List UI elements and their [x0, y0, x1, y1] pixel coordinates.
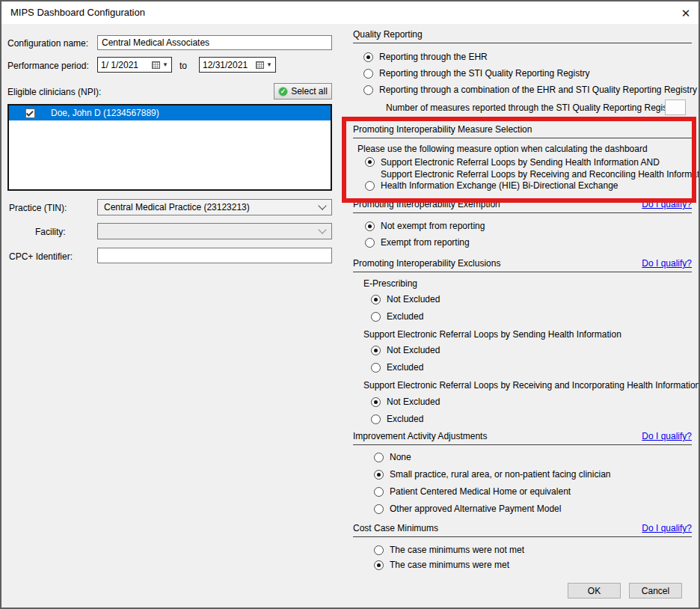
radio-icon	[374, 487, 384, 497]
radio-label: Other approved Alternative Payment Model	[390, 504, 561, 514]
radio-improvement-small-practice[interactable]: Small practice, rural area, or non-patie…	[374, 469, 610, 480]
measures-count-label: Number of measures reported through the …	[386, 102, 680, 113]
clinicians-listbox[interactable]: Doe, John D (1234567889)	[7, 104, 332, 191]
section-title: Promoting Interoperability Measure Selec…	[353, 124, 532, 135]
radio-exempt[interactable]: Exempt from reporting	[365, 237, 470, 248]
cancel-button-label: Cancel	[642, 586, 669, 596]
cancel-button[interactable]: Cancel	[629, 583, 682, 599]
radio-label: Not exempt from reporting	[381, 221, 485, 231]
exclusion-group-label-receiving: Support Electronic Referral Loops by Rec…	[363, 380, 700, 391]
calendar-icon	[152, 61, 160, 69]
radio-label: Reporting through the EHR	[379, 52, 488, 62]
radio-icon	[374, 545, 384, 555]
config-name-label: Configuration name:	[7, 38, 88, 49]
radio-case-minimums-met[interactable]: The case minimums were met	[374, 560, 509, 570]
radio-label: Patient Centered Medical Home or equival…	[390, 486, 571, 497]
close-icon: ✕	[681, 7, 691, 19]
radio-label: Small practice, rural area, or non-patie…	[390, 469, 610, 480]
period-start-picker[interactable]: 1/ 1/2021 ▼	[97, 57, 172, 73]
measures-count-field[interactable]	[665, 100, 686, 115]
titlebar: MIPS Dashboard Configuration	[0, 0, 700, 24]
radio-icon	[371, 363, 381, 373]
window-title: MIPS Dashboard Configuration	[10, 7, 145, 18]
radio-label: Excluded	[387, 311, 423, 322]
radio-icon	[374, 470, 384, 480]
eligible-clinicians-label: Eligible clinicians (NPI):	[7, 87, 101, 97]
radio-receiving-not-excluded[interactable]: Not Excluded	[371, 397, 440, 407]
period-end-picker[interactable]: 12/31/2021 ▼	[199, 57, 276, 73]
section-title: Cost Case Minimums	[353, 523, 438, 533]
clinician-row[interactable]: Doe, John D (1234567889)	[9, 105, 331, 120]
radio-icon	[374, 560, 384, 570]
do-i-qualify-link-exclusions[interactable]: Do I qualify?	[642, 258, 692, 269]
performance-period-label: Performance period:	[7, 61, 89, 71]
radio-label-line1: Support Electronic Referral Loops by Sen…	[381, 156, 700, 168]
radio-icon	[363, 69, 373, 79]
radio-label: Excluded	[387, 362, 423, 373]
practice-tin-label: Practice (TIN):	[9, 203, 67, 213]
radio-reporting-ehr[interactable]: Reporting through the EHR	[363, 52, 488, 62]
radio-icon	[371, 312, 381, 322]
radio-reporting-sti-registry[interactable]: Reporting through the STI Quality Report…	[363, 68, 589, 79]
checkmark-icon	[26, 108, 34, 116]
radio-reporting-combination[interactable]: Reporting through a combination of the E…	[363, 85, 697, 95]
check-circle-icon: ✓	[278, 87, 288, 97]
radio-icon	[371, 414, 381, 424]
radio-label: Health Information Exchange (HIE) Bi-Dir…	[381, 180, 618, 191]
radio-icon	[365, 181, 375, 191]
radio-hie-bidirectional-option[interactable]: Health Information Exchange (HIE) Bi-Dir…	[365, 180, 618, 191]
radio-referral-loops-option[interactable]: Support Electronic Referral Loops by Sen…	[365, 156, 700, 180]
dropdown-arrow-icon[interactable]: ▼	[266, 62, 272, 68]
radio-label: Not Excluded	[387, 345, 440, 355]
ok-button-label: OK	[588, 586, 601, 596]
radio-receiving-excluded[interactable]: Excluded	[371, 414, 423, 424]
do-i-qualify-link-improvement[interactable]: Do I qualify?	[642, 431, 692, 441]
facility-select[interactable]	[97, 223, 332, 239]
section-title: Improvement Activity Adjustments	[353, 431, 487, 441]
close-button[interactable]: ✕	[675, 4, 697, 22]
radio-label: Not Excluded	[387, 294, 440, 304]
radio-sending-excluded[interactable]: Excluded	[371, 362, 423, 373]
select-all-button[interactable]: ✓ Select all	[274, 83, 332, 100]
pi-measure-instruction: Please use the following measure option …	[357, 144, 648, 154]
pi-exclusions-header: Promoting Interoperability Exclusions Do…	[353, 258, 692, 272]
radio-label: The case minimums were not met	[390, 545, 524, 555]
section-title: Quality Reporting	[353, 29, 423, 40]
cpc-identifier-input[interactable]	[97, 248, 332, 263]
radio-label: Reporting through a combination of the E…	[379, 85, 697, 95]
radio-label-line2: Support Electronic Referral Loops by Rec…	[381, 168, 700, 180]
radio-label: Excluded	[387, 414, 423, 424]
radio-improvement-none[interactable]: None	[374, 452, 411, 462]
section-title: Promoting Interoperability Exemption	[353, 199, 500, 209]
clinician-label: Doe, John D (1234567889)	[51, 108, 159, 118]
cpc-identifier-label: CPC+ Identifier:	[9, 251, 73, 262]
do-i-qualify-link-cost[interactable]: Do I qualify?	[642, 523, 692, 533]
radio-eprescribing-excluded[interactable]: Excluded	[371, 311, 423, 322]
radio-sending-not-excluded[interactable]: Not Excluded	[371, 345, 440, 355]
clinician-checkbox[interactable]	[25, 108, 35, 118]
do-i-qualify-link-exemption[interactable]: Do I qualify?	[642, 199, 692, 209]
practice-tin-select[interactable]: Central Medical Practice (23123213)	[97, 199, 332, 215]
practice-tin-value: Central Medical Practice (23123213)	[104, 202, 319, 212]
dropdown-arrow-icon[interactable]: ▼	[162, 62, 168, 68]
chevron-down-icon	[318, 225, 326, 233]
radio-label: Reporting through the STI Quality Report…	[379, 68, 589, 79]
radio-improvement-pcmh[interactable]: Patient Centered Medical Home or equival…	[374, 486, 571, 497]
select-all-label: Select all	[291, 86, 328, 97]
pi-exemption-header: Promoting Interoperability Exemption Do …	[353, 199, 692, 213]
radio-eprescribing-not-excluded[interactable]: Not Excluded	[371, 294, 440, 304]
ok-button[interactable]: OK	[568, 583, 621, 599]
config-name-input[interactable]	[97, 35, 332, 50]
radio-icon	[371, 346, 381, 355]
radio-icon	[365, 157, 375, 167]
radio-not-exempt[interactable]: Not exempt from reporting	[365, 221, 485, 231]
radio-case-minimums-not-met[interactable]: The case minimums were not met	[374, 545, 524, 555]
period-start-value: 1/ 1/2021	[101, 60, 150, 70]
pi-measure-selection-header: Promoting Interoperability Measure Selec…	[353, 124, 692, 138]
section-title: Promoting Interoperability Exclusions	[353, 258, 500, 269]
radio-icon	[363, 85, 373, 95]
cost-case-minimums-header: Cost Case Minimums Do I qualify?	[353, 523, 692, 537]
exclusion-group-label-eprescribing: E-Prescribing	[363, 278, 417, 289]
radio-improvement-apm[interactable]: Other approved Alternative Payment Model	[374, 504, 561, 514]
radio-icon	[365, 238, 375, 248]
